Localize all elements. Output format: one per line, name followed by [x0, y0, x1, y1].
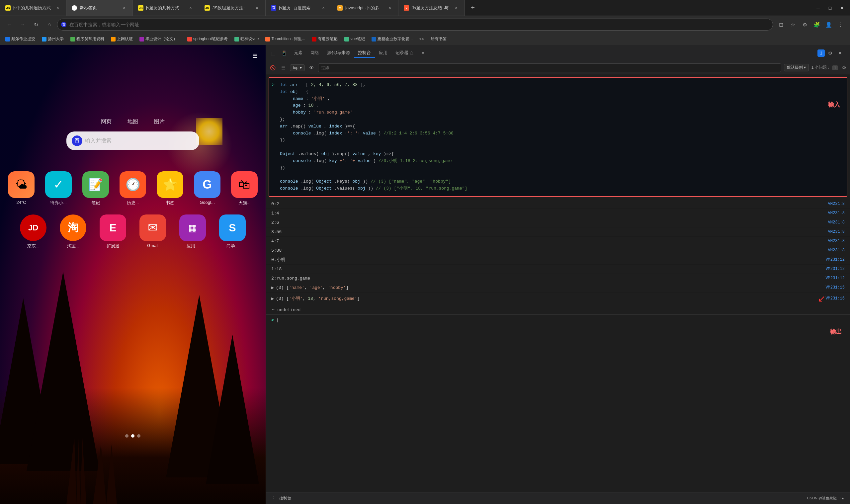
console-filter-input[interactable] — [318, 64, 781, 72]
bookmark-vue-notes[interactable]: vue笔记 — [342, 36, 367, 42]
output-source-3[interactable]: VM231:8 — [828, 220, 845, 225]
extensions-icon[interactable]: 🧩 — [812, 19, 822, 30]
phone-search[interactable]: 百 输入并搜索 — [67, 131, 199, 150]
nav-webpage[interactable]: 网页 — [101, 118, 112, 125]
forward-button[interactable]: → — [17, 19, 28, 30]
app-jd[interactable]: JD 京东... — [20, 215, 47, 249]
console-eye-icon[interactable]: 👁 — [307, 64, 315, 72]
bookmark-thesis[interactable]: 毕业设计（论文）... — [137, 36, 183, 42]
output-source-4[interactable]: VM231:8 — [828, 230, 845, 234]
new-tab-button[interactable]: + — [465, 0, 481, 16]
devtools-device-icon[interactable]: 📱 — [279, 49, 289, 58]
close-button[interactable]: ✕ — [837, 3, 847, 13]
devtools-tab-application[interactable]: 应用 — [375, 49, 392, 58]
nav-image[interactable]: 图片 — [154, 118, 165, 125]
console-clear-icon[interactable]: 🚫 — [269, 64, 276, 72]
app-notes[interactable]: 📝 笔记 — [82, 171, 109, 206]
bookmark-all[interactable]: 所有书签 — [428, 36, 449, 42]
devtools-tab-recorder[interactable]: 记录器 △ — [392, 49, 418, 58]
main-area: ≡ 网页 地图 图片 百 输入并搜索 🌤 24°C ✓ — [0, 45, 850, 504]
tab-js-array[interactable]: JS JS数组遍历方法: × — [199, 0, 266, 16]
devtools-settings-icon[interactable]: ⚙ — [826, 49, 835, 58]
app-weather[interactable]: 🌤 24°C — [8, 171, 35, 206]
home-button[interactable]: ⌂ — [44, 19, 54, 30]
bookmark-yangzhou[interactable]: 扬州大学 — [39, 36, 67, 42]
tab4-close[interactable]: × — [254, 5, 260, 11]
tab-js-traverse[interactable]: JS js中的几种遍历方式 × — [0, 0, 67, 16]
bookmark-more[interactable]: >> — [417, 36, 427, 42]
address-input[interactable] — [57, 19, 773, 31]
tab1-close[interactable]: × — [55, 5, 61, 11]
output-source-10[interactable]: VM231:15 — [826, 285, 845, 290]
output-source-1[interactable]: VM231:8 — [828, 201, 845, 206]
bookmark-programmer[interactable]: 程序员常用资料 — [68, 36, 107, 42]
tab3-close[interactable]: × — [187, 5, 194, 11]
devtools-inspect-icon[interactable]: ⬚ — [269, 49, 278, 58]
menu-icon[interactable]: ⋮ — [835, 19, 846, 30]
bookmark-icon[interactable]: ☆ — [788, 19, 798, 30]
tab-sf[interactable]: sf javascript - js的多 × — [332, 0, 398, 16]
nav-map[interactable]: 地图 — [127, 118, 138, 125]
console-toggle-icon[interactable]: ☰ — [279, 64, 287, 72]
maximize-button[interactable]: □ — [825, 3, 835, 13]
tab6-close[interactable]: × — [387, 5, 393, 11]
devtools-tab-sources[interactable]: 源代码/来源 — [323, 49, 354, 58]
tab-js-traverse2[interactable]: JS js遍历的几种方式 × — [133, 0, 199, 16]
bookmark-youdao[interactable]: 有道云笔记 — [309, 36, 340, 42]
app-appstore[interactable]: ▦ 应用... — [179, 215, 206, 249]
bookmark-teambition[interactable]: Teambition · 阿里... — [263, 36, 308, 42]
bookmark-springboot[interactable]: springboot笔记参考 — [185, 36, 231, 42]
devtools-tab-elements[interactable]: 元素 — [290, 49, 306, 58]
app-tmall[interactable]: 🛍 天猫... — [231, 171, 258, 206]
output-source-9[interactable]: VM231:12 — [826, 276, 845, 281]
code-line5: hobby : 'run,song,game' — [280, 109, 843, 116]
back-button[interactable]: ← — [4, 19, 15, 30]
profile-icon[interactable]: 👤 — [824, 19, 834, 30]
output-source-11[interactable]: VM231:16 — [826, 296, 845, 301]
output-source-8[interactable]: VM231:12 — [826, 267, 845, 271]
tab-baidu[interactable]: 百 js遍历_百度搜索 × — [266, 0, 332, 16]
bookmark-huidu[interactable]: 惠都企业数字化管... — [369, 36, 415, 42]
bookmark-auth[interactable]: 上网认证 — [108, 36, 135, 42]
tab-csdn[interactable]: C Js遍历方法总结_与 × — [398, 0, 465, 16]
tab-spacer — [481, 0, 810, 16]
context-dropdown[interactable]: top ▾ — [290, 65, 305, 71]
app-taobao[interactable]: 淘 淘宝... — [60, 215, 86, 249]
tab2-close[interactable]: × — [121, 5, 127, 11]
app-bookmarks[interactable]: ⭐ 书签 — [157, 171, 183, 206]
minimize-button[interactable]: ─ — [813, 3, 824, 13]
tab5-close[interactable]: × — [321, 5, 326, 11]
devtools-close-icon[interactable]: ✕ — [835, 49, 845, 58]
cast-icon[interactable]: ⊡ — [776, 19, 786, 30]
app-gmail[interactable]: ✉ Gmail — [140, 215, 166, 249]
bookmark-favicon — [187, 37, 192, 41]
footer-menu-icon[interactable]: ⋮ — [271, 495, 276, 501]
output-source-6[interactable]: VM231:8 — [828, 248, 845, 253]
settings-icon[interactable]: ⚙ — [799, 19, 810, 30]
refresh-button[interactable]: ↻ — [31, 19, 41, 30]
app-history[interactable]: 🕐 历史... — [120, 171, 146, 206]
app-todo[interactable]: ✓ 待办小... — [45, 171, 72, 206]
app-shangxue[interactable]: S 尚学... — [219, 215, 246, 249]
tab-new[interactable]: 新标签页 × — [67, 0, 133, 16]
devtools-tab-network[interactable]: 网络 — [306, 49, 323, 58]
devtools-tab-console[interactable]: 控制台 — [354, 49, 375, 58]
bookmark-dell[interactable]: 戴尔作业提交 — [3, 36, 38, 42]
expand-icon-10[interactable]: ▶ — [271, 286, 274, 290]
tab7-close[interactable]: × — [453, 5, 459, 11]
hamburger-menu[interactable]: ≡ — [252, 51, 258, 61]
dot2 — [131, 434, 134, 437]
app-google[interactable]: G Googl... — [194, 171, 220, 206]
output-line-3: 2:6 VM231:8 — [266, 218, 850, 228]
log-level-dropdown[interactable]: 默认级别 ▾ — [784, 64, 809, 71]
bookmark-vue[interactable]: 狂神说vue — [232, 36, 261, 42]
output-source-2[interactable]: VM231:8 — [828, 211, 845, 215]
output-source-5[interactable]: VM231:8 — [828, 239, 845, 244]
console-settings-gear[interactable]: ⚙ — [841, 65, 847, 71]
app-extensions[interactable]: E 扩展迷 — [100, 215, 126, 249]
tab5-label: js遍历_百度搜索 — [279, 5, 318, 11]
expand-icon-11[interactable]: ▶ — [271, 296, 274, 301]
devtools-tab-more[interactable]: » — [418, 49, 428, 57]
bookmark-label: 程序员常用资料 — [76, 36, 104, 42]
output-source-7[interactable]: VM231:12 — [826, 257, 845, 262]
